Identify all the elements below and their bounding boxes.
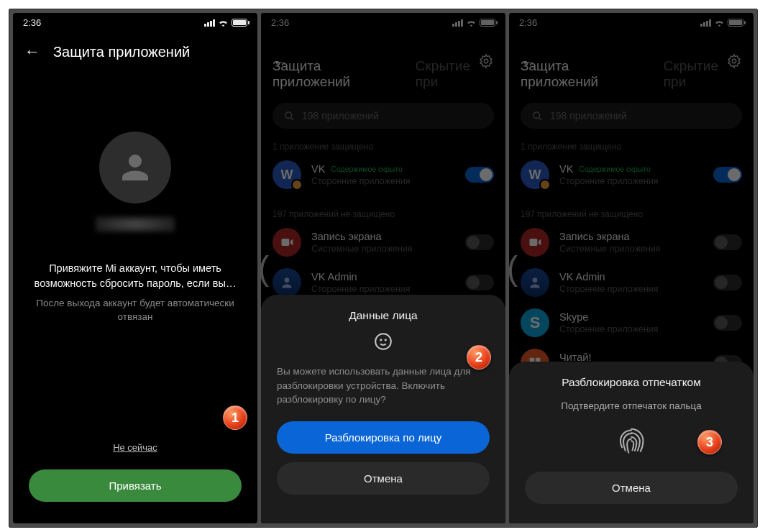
divider-icon: (	[507, 249, 518, 288]
username-blurred	[96, 216, 175, 232]
svg-point-6	[385, 339, 386, 340]
wifi-icon	[714, 19, 725, 27]
gear-icon[interactable]	[478, 53, 494, 69]
battery-icon	[232, 19, 247, 27]
sheet-title: Разблокировка отпечатком	[525, 376, 738, 389]
toggle-vk[interactable]	[465, 167, 494, 183]
app-row-screen-record[interactable]: Запись экрана Системные приложения	[261, 224, 505, 264]
sheet-body-text: Вы можете использовать данные лица для р…	[277, 364, 490, 407]
avatar-placeholder	[99, 132, 171, 203]
unprotected-section-label: 197 приложений не защищено	[261, 196, 505, 224]
cancel-button[interactable]: Отмена	[525, 472, 738, 504]
svg-point-0	[484, 59, 488, 63]
app-row-vk[interactable]: W VKСодержимое скрыто Сторонние приложен…	[261, 156, 505, 196]
sheet-title: Данные лица	[277, 309, 490, 322]
bind-button[interactable]: Привязать	[29, 469, 242, 502]
not-now-link[interactable]: Не сейчас	[13, 442, 257, 453]
wifi-icon	[218, 19, 229, 27]
search-placeholder: 198 приложений	[302, 110, 379, 121]
vk-admin-icon	[521, 268, 549, 297]
toggle-screen-record[interactable]	[713, 234, 742, 250]
skype-icon: S	[521, 308, 549, 337]
step-badge-1: 1	[223, 405, 247, 430]
svg-rect-2	[282, 239, 290, 246]
face-unlock-button[interactable]: Разблокировка по лицу	[277, 421, 490, 454]
sheet-body-text: Подтвердите отпечаток пальца	[525, 399, 738, 413]
wifi-icon	[466, 19, 477, 27]
toggle-screen-record[interactable]	[465, 234, 494, 250]
search-icon	[284, 111, 295, 121]
toggle-vk[interactable]	[713, 167, 742, 183]
phone-screen-1: 2:36 ← Защита приложений Привяжите Mi ак…	[13, 13, 257, 523]
screen-record-icon	[521, 228, 549, 257]
toggle-vk-admin[interactable]	[713, 275, 742, 290]
search-placeholder: 198 приложений	[550, 110, 627, 121]
signal-icon	[204, 19, 215, 27]
clock: 2:36	[23, 17, 41, 28]
step-badge-2: 2	[467, 345, 491, 370]
search-input[interactable]: 198 приложений	[521, 103, 742, 129]
vk-icon: W	[521, 160, 549, 189]
app-row-screen-record[interactable]: Запись экрана Системные приложения	[509, 224, 753, 264]
back-arrow-icon[interactable]: ←	[521, 53, 536, 72]
battery-icon	[480, 19, 495, 27]
tab-protection[interactable]: Защита приложений	[272, 58, 398, 90]
svg-point-4	[375, 334, 391, 349]
vk-admin-icon	[272, 268, 301, 297]
status-bar: 2:36	[13, 13, 257, 29]
face-data-sheet: Данные лица Вы можете использовать данны…	[261, 295, 505, 523]
phone-screen-3: 2:36 ← Защита приложений Скрытие при 198…	[509, 13, 753, 523]
divider-icon: (	[258, 249, 269, 288]
bind-prompt-text: Привяжите Mi аккаунт, чтобы иметь возмож…	[27, 261, 243, 291]
svg-point-8	[533, 111, 540, 118]
svg-point-5	[380, 339, 381, 340]
app-row-vk[interactable]: W VKСодержимое скрыто Сторонние приложен…	[509, 156, 753, 196]
gear-icon[interactable]	[726, 53, 742, 69]
signal-icon	[452, 19, 463, 27]
step-badge-3: 3	[697, 430, 722, 454]
svg-point-7	[732, 59, 736, 63]
hidden-badge: Содержимое скрыто	[579, 165, 650, 173]
battery-icon	[728, 19, 743, 27]
search-icon	[532, 111, 543, 121]
cancel-button[interactable]: Отмена	[277, 462, 490, 495]
face-icon	[277, 332, 490, 353]
screen-record-icon	[272, 228, 301, 257]
unprotected-section-label: 197 приложений не защищено	[509, 196, 753, 224]
page-title: Защита приложений	[53, 44, 190, 60]
app-row-vk-admin[interactable]: VK Admin Сторонние приложения	[509, 264, 753, 304]
tab-protection[interactable]: Защита приложений	[521, 58, 646, 90]
vk-icon: W	[272, 160, 301, 189]
signal-icon	[700, 19, 711, 27]
app-row-skype[interactable]: S Skype Сторонние приложения	[509, 304, 753, 344]
protected-section-label: 1 приложение защищено	[261, 129, 505, 156]
toggle-skype[interactable]	[713, 315, 742, 331]
clock: 2:36	[519, 17, 537, 28]
svg-rect-9	[530, 239, 538, 246]
svg-point-1	[285, 111, 292, 118]
clock: 2:36	[271, 17, 289, 28]
toggle-vk-admin[interactable]	[465, 275, 494, 290]
svg-point-3	[285, 278, 290, 283]
protected-section-label: 1 приложение защищено	[509, 129, 753, 156]
status-icons	[204, 19, 247, 27]
search-input[interactable]: 198 приложений	[272, 103, 494, 129]
phone-screen-2: 2:36 ← Защита приложений Скрытие при 198…	[261, 13, 505, 523]
hidden-badge: Содержимое скрыто	[331, 165, 402, 173]
svg-point-10	[533, 278, 538, 283]
back-arrow-icon[interactable]: ←	[272, 53, 288, 72]
back-arrow-icon[interactable]: ←	[24, 42, 40, 61]
bind-sub-text: После выхода аккаунт будет автоматически…	[27, 297, 243, 324]
